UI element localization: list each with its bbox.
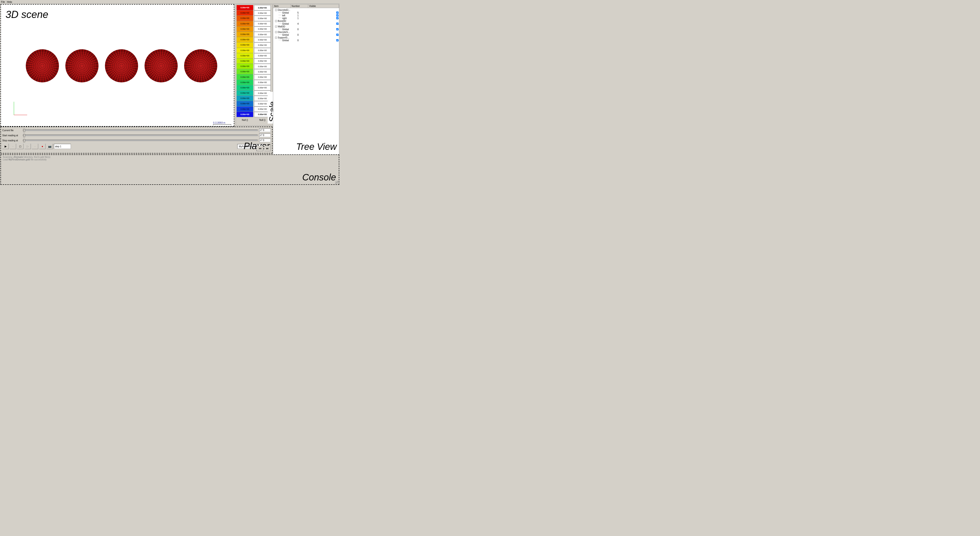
legend-foot-left: Null (): [237, 118, 253, 122]
step-forward-button[interactable]: ··: [10, 144, 16, 149]
visible-checkbox[interactable]: [336, 28, 339, 30]
play-button[interactable]: ▷: [24, 144, 31, 149]
tree-leaf-label[interactable]: Global: [282, 39, 298, 42]
menu-help[interactable]: Help: [7, 0, 12, 3]
visible-checkbox[interactable]: [336, 14, 339, 17]
tree-leaf-label[interactable]: Global: [282, 11, 298, 14]
legend-label: 0.00e+00: [254, 69, 270, 74]
tree-toggle-icon[interactable]: −: [275, 31, 277, 33]
console-line: Scanning ./Domain/ directory, find 1 gdd…: [3, 156, 337, 158]
snapshot-button[interactable]: 📷: [46, 144, 53, 149]
tree-node[interactable]: DiscreteEl...: [278, 9, 339, 11]
legend-swatch: 0.00e+00: [237, 64, 253, 69]
sphere[interactable]: [26, 49, 59, 83]
tree-leaf-number: 4: [298, 22, 307, 25]
tree-leaf-label[interactable]: Global: [282, 22, 298, 25]
resize-grip-icon[interactable]: [335, 181, 338, 184]
legend-swatch: 0.00e+00: [237, 32, 253, 37]
legend-label: 0.00e+00: [254, 42, 270, 48]
tree-node[interactable]: SupportS...: [278, 37, 339, 39]
legend-label: 0.00e+00: [254, 74, 270, 80]
tree-leaf-number: 1: [298, 17, 307, 19]
visible-checkbox[interactable]: [336, 39, 339, 41]
tree-leaf-number: 0: [298, 33, 307, 36]
legend-swatch: 0.00e+00: [237, 5, 253, 10]
slider-value[interactable]: n° 0: [259, 134, 270, 137]
scale-view-panel: 0.00e+000.00e+000.00e+000.00e+000.00e+00…: [235, 4, 272, 126]
visible-checkbox[interactable]: [336, 17, 339, 19]
legend-label: 0.00e+00: [254, 32, 270, 37]
slider-track[interactable]: [23, 135, 258, 136]
slider-value[interactable]: n° 0: [259, 129, 270, 132]
slider-label: Start reading at: [2, 134, 22, 137]
legend-swatch: 0.00e+00: [237, 80, 253, 85]
tree-header-visible[interactable]: Visible: [308, 4, 339, 8]
visible-checkbox[interactable]: [336, 33, 339, 36]
legend-label: 0.00e+00: [254, 53, 270, 59]
tree-leaf-label[interactable]: left: [282, 14, 298, 17]
tree-header-item[interactable]: Item: [273, 4, 291, 8]
legend-swatch: 0.00e+00: [237, 37, 253, 42]
console-line: Load MyFirstDomain.gdd file successfully: [3, 158, 337, 161]
tree-header-number[interactable]: Number: [291, 4, 308, 8]
player-panel: Current file n° 0Start reading at n° 0St…: [0, 127, 272, 154]
last-button[interactable]: ⏭: [264, 146, 270, 151]
console-title: Console: [302, 172, 336, 183]
legend-label: 0.00e+00: [254, 48, 270, 53]
visible-checkbox[interactable]: [336, 22, 339, 25]
legend-label: 0.00e+00: [254, 80, 270, 85]
slider-thumb[interactable]: [23, 139, 25, 142]
tree-toggle-icon[interactable]: −: [275, 9, 277, 11]
tree-leaf-number: 1: [298, 14, 307, 17]
visible-checkbox[interactable]: [336, 11, 339, 14]
sphere[interactable]: [184, 49, 217, 83]
legend-swatch: 0.00e+00: [237, 27, 253, 32]
sphere[interactable]: [65, 49, 99, 83]
tree-leaf-label[interactable]: right: [282, 17, 298, 19]
tree-leaf-label[interactable]: Global: [282, 33, 298, 36]
tree-view-title: Tree View: [296, 142, 337, 152]
step-button[interactable]: ··: [32, 144, 38, 149]
stop-button[interactable]: ◻: [17, 144, 24, 149]
tree-node[interactable]: Bond3D: [278, 20, 339, 22]
legend-swatch: 0.00e+00: [237, 42, 253, 48]
legend-swatch: 0.00e+00: [237, 69, 253, 74]
legend-swatch: 0.00e+00: [237, 85, 253, 91]
legend-swatch: 0.00e+00: [237, 107, 253, 112]
menu-file[interactable]: File: [1, 0, 5, 3]
legend-label: 0.00e+00: [254, 27, 270, 32]
slider-label: Current file: [2, 129, 22, 132]
sphere[interactable]: [105, 49, 138, 83]
tree-toggle-icon[interactable]: −: [275, 37, 277, 39]
menubar: File Help: [0, 0, 340, 4]
tree-node[interactable]: Wall3D: [278, 25, 339, 28]
3d-scene[interactable]: 3D scene 0.113093 m: [0, 4, 234, 127]
legend-label: 0.00e+00: [254, 37, 270, 42]
tree-node[interactable]: DiscreteS...: [278, 31, 339, 33]
slider-thumb[interactable]: [23, 129, 25, 132]
tree-leaf-number: 0: [298, 39, 307, 42]
play-forward-button[interactable]: ▶: [2, 144, 9, 149]
slider-track[interactable]: [23, 130, 258, 131]
step-input[interactable]: [54, 144, 71, 149]
legend-label: 0.00e+00: [254, 10, 270, 16]
legend-swatch: 0.00e+00: [237, 59, 253, 64]
tree-toggle-icon[interactable]: −: [275, 25, 277, 28]
legend-swatch: 0.00e+00: [237, 48, 253, 53]
legend-label: 0.00e+00: [254, 59, 270, 64]
legend-swatch: 0.00e+00: [237, 91, 253, 96]
tree-toggle-icon[interactable]: −: [275, 20, 277, 22]
legend-swatch: 0.00e+00: [237, 74, 253, 80]
legend-label: 0.00e+00: [254, 5, 270, 10]
sphere[interactable]: [145, 49, 178, 83]
legend-swatch: 0.00e+00: [237, 10, 253, 16]
slider-thumb[interactable]: [23, 134, 25, 137]
legend-swatch: 0.00e+00: [237, 53, 253, 59]
legend-label: 0.00e+00: [254, 85, 270, 91]
slider-track[interactable]: [23, 140, 258, 141]
tree-leaf-label[interactable]: Global: [282, 28, 298, 30]
legend-swatch: 0.00e+00: [237, 112, 253, 117]
record-button[interactable]: ●: [39, 144, 46, 149]
legend-swatch: 0.00e+00: [237, 96, 253, 101]
first-button[interactable]: ⏮: [257, 146, 263, 151]
